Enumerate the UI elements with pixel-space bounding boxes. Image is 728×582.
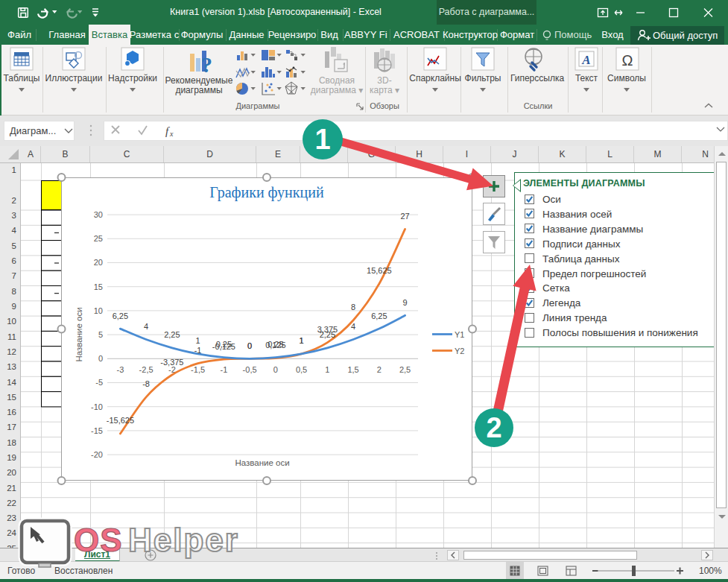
svg-text:6,25: 6,25 — [113, 311, 128, 320]
svg-text:Название оси: Название оси — [75, 307, 83, 361]
svg-text:1: 1 — [196, 336, 200, 345]
svg-text:-10: -10 — [91, 402, 103, 411]
svg-text:-15: -15 — [91, 426, 103, 435]
svg-text:Y1: Y1 — [455, 330, 464, 339]
svg-text:0,25: 0,25 — [216, 340, 232, 349]
svg-text:-8: -8 — [142, 379, 150, 388]
svg-text:-15,625: -15,625 — [107, 416, 134, 425]
svg-text:-3: -3 — [117, 365, 124, 374]
svg-text:1: 1 — [325, 365, 329, 374]
svg-text:-5: -5 — [95, 378, 103, 387]
svg-text:Название оси: Название оси — [235, 458, 289, 467]
svg-text:0: 0 — [273, 365, 278, 374]
svg-text:-2,5: -2,5 — [139, 365, 153, 374]
svg-text:-3,375: -3,375 — [160, 358, 183, 367]
svg-text:4: 4 — [144, 322, 148, 331]
svg-text:2,25: 2,25 — [164, 330, 180, 339]
svg-text:27: 27 — [400, 212, 409, 221]
svg-text:-1,5: -1,5 — [191, 365, 205, 374]
svg-text:8: 8 — [351, 303, 355, 311]
svg-text:9: 9 — [403, 298, 408, 307]
svg-text:4: 4 — [351, 322, 355, 331]
svg-text:-1: -1 — [194, 346, 202, 355]
svg-text:2,25: 2,25 — [320, 330, 335, 339]
svg-text:0,5: 0,5 — [296, 365, 307, 374]
svg-text:20: 20 — [94, 258, 103, 267]
svg-text:0,25: 0,25 — [268, 340, 283, 349]
svg-text:0: 0 — [98, 354, 103, 363]
svg-text:25: 25 — [94, 234, 103, 243]
svg-text:30: 30 — [94, 210, 103, 219]
svg-text:15,625: 15,625 — [367, 266, 392, 275]
svg-text:6,25: 6,25 — [371, 311, 387, 320]
svg-text:Y2: Y2 — [455, 347, 464, 355]
svg-text:1,5: 1,5 — [347, 365, 358, 374]
svg-text:Графики функций: Графики функций — [209, 184, 324, 201]
svg-text:0: 0 — [247, 341, 252, 350]
svg-text:-1: -1 — [221, 365, 228, 374]
svg-text:10: 10 — [94, 306, 103, 315]
svg-text:-20: -20 — [91, 450, 103, 459]
svg-text:15: 15 — [94, 282, 103, 291]
svg-text:2,5: 2,5 — [399, 365, 411, 374]
svg-text:-0,5: -0,5 — [243, 365, 257, 374]
svg-text:2: 2 — [377, 365, 382, 374]
svg-text:1: 1 — [300, 336, 304, 345]
svg-text:5: 5 — [98, 330, 103, 339]
